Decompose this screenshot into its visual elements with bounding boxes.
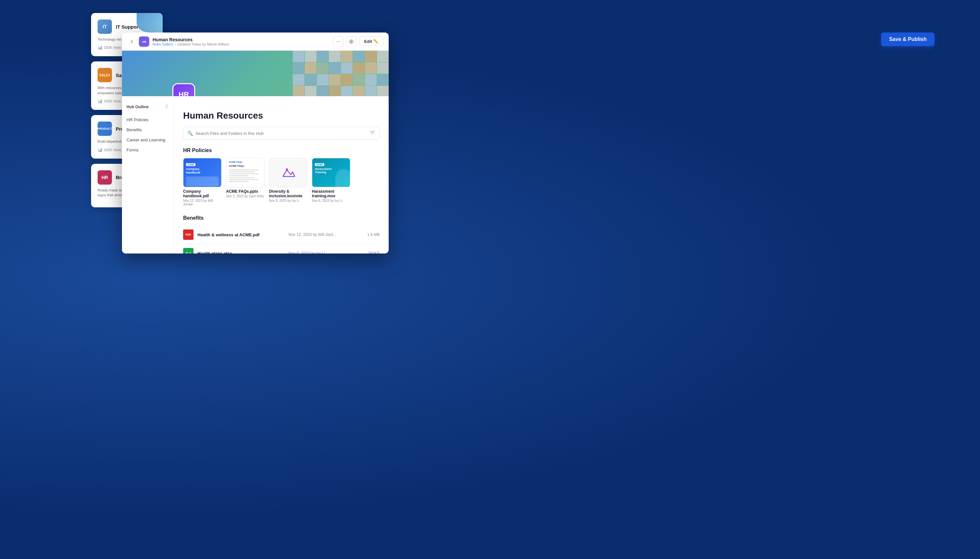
benefit-size-health-wellness: 1.6 MB [353, 232, 380, 237]
benefit-item-health-wellness[interactable]: PDF Health & wellness at ACME.pdf Nov 12… [183, 225, 380, 244]
hub-logo-small: HR [139, 36, 149, 47]
gallery-link[interactable]: Hubs Gallery [153, 42, 173, 46]
benefit-date-health-wellness: Nov 12, 2023 by Will Jord... [289, 232, 353, 237]
sidebar-item-benefits[interactable]: Benefits [122, 125, 174, 135]
benefit-date-health-plans: Nov 8, 2023 by Ivy Li [289, 251, 353, 253]
benefit-name-health-wellness: Health & wellness at ACME.pdf [197, 232, 289, 237]
file-card-diversity[interactable]: Diversity & inclusion.boxnote Nov 8, 202… [269, 158, 307, 206]
faqs-thumbnail: ACME FAQs ACME FAQs [226, 158, 264, 187]
handbook-name: Company handbook.pdf [183, 189, 222, 198]
content-area: Hub Outline HR Policies Benefits Career … [122, 96, 389, 253]
search-bar[interactable]: 🔍 [183, 127, 380, 140]
it-icon: IT [98, 20, 112, 34]
hr-policies-title: HR Policies [183, 147, 380, 154]
top-bar-info: Human Resources Hubs Gallery • Updated T… [153, 37, 333, 46]
hr-policies-grid: ACME CompanyHandbook Company handbook.pd… [183, 158, 380, 206]
harassment-meta: Nov 8, 2023 by Ivy Li [312, 199, 350, 202]
xlsx-icon: XLS [183, 248, 194, 253]
bar-chart-icon: 📊 [98, 99, 103, 103]
hero-hr-icon: HR [172, 83, 195, 96]
sales-icon: SALES [98, 68, 112, 82]
diversity-thumbnail [269, 158, 307, 187]
hero-banner: HR [122, 51, 389, 96]
collapse-sidebar-button[interactable] [164, 104, 169, 109]
file-card-faqs[interactable]: ACME FAQs ACME FAQs [226, 158, 264, 206]
filter-icon[interactable] [370, 130, 375, 137]
sidebar-nav: Hub Outline HR Policies Benefits Career … [122, 96, 174, 253]
file-card-handbook[interactable]: ACME CompanyHandbook Company handbook.pd… [183, 158, 222, 206]
it-card-title: IT Support [116, 24, 140, 30]
more-options-button[interactable]: ··· [333, 36, 343, 47]
benefit-size-health-plans: 280KB [353, 251, 380, 253]
harassment-name: Harassment training.mov [312, 189, 350, 198]
sidebar-header: Hub Outline [122, 104, 174, 115]
pdf-icon: PDF [183, 230, 194, 240]
page-title: Human Resources [183, 111, 380, 121]
edit-button[interactable]: Edit ✏️ [359, 37, 383, 46]
sidebar-item-forms[interactable]: Forms [122, 145, 174, 155]
brand-icon: HR [98, 170, 112, 185]
benefits-list: PDF Health & wellness at ACME.pdf Nov 12… [183, 225, 380, 253]
search-input[interactable] [196, 131, 367, 136]
back-button[interactable] [127, 37, 136, 46]
search-icon: 🔍 [187, 131, 193, 136]
file-card-harassment[interactable]: ACME HarassmentTraining Harassment train… [312, 158, 350, 206]
faqs-name: ACME FAQs.pptx [226, 189, 264, 194]
diversity-meta: Nov 8, 2023 by Ivy Li [269, 199, 307, 202]
bar-chart-icon: 📊 [98, 147, 103, 152]
hub-meta: Hubs Gallery • Updated Today by Maruti W… [153, 42, 333, 46]
top-bar-actions: ··· Edit ✏️ [333, 36, 383, 47]
settings-button[interactable] [346, 36, 357, 47]
benefit-item-health-plans[interactable]: XLS Health plans.xlsx Nov 8, 2023 by Ivy… [183, 244, 380, 253]
svg-point-6 [286, 168, 288, 170]
faqs-meta: Nov 3, 2023 by Zach Kelly [226, 194, 264, 198]
updated-text: Updated Today by Maruti Willson [177, 42, 229, 46]
svg-point-2 [351, 41, 352, 42]
product-icon: PRODUCT [98, 122, 112, 136]
main-window: HR Human Resources Hubs Gallery • Update… [122, 33, 389, 253]
hub-title: Human Resources [153, 37, 333, 42]
save-publish-button[interactable]: Save & Publish [881, 33, 934, 46]
diversity-name: Diversity & inclusion.boxnote [269, 189, 307, 198]
main-content: Human Resources 🔍 HR Policies [174, 96, 389, 253]
harassment-thumbnail: ACME HarassmentTraining [312, 158, 350, 187]
svg-text:HR: HR [142, 40, 146, 43]
handbook-thumbnail: ACME CompanyHandbook [183, 158, 222, 187]
top-bar: HR Human Resources Hubs Gallery • Update… [122, 33, 389, 51]
bar-chart-icon: 📊 [98, 45, 103, 50]
hub-outline-label: Hub Outline [126, 105, 149, 109]
hero-photos [293, 51, 389, 96]
benefits-title: Benefits [183, 215, 380, 221]
sidebar-item-hr-policies[interactable]: HR Policies [122, 115, 174, 125]
benefit-name-health-plans: Health plans.xlsx [197, 251, 289, 254]
handbook-meta: Nov 12, 2023 by Will Jordan [183, 199, 222, 206]
sidebar-item-career-learning[interactable]: Career and Learning [122, 135, 174, 145]
edit-icon: ✏️ [373, 39, 379, 44]
